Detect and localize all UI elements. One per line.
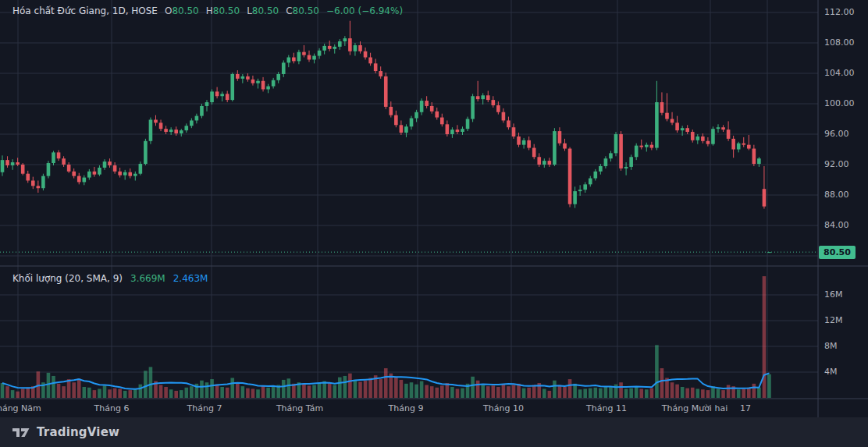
attribution-bar: TradingView xyxy=(0,417,868,447)
high-value: 80.50 xyxy=(213,5,240,16)
open-value: 80.50 xyxy=(172,5,198,16)
last-price-text: 80.50 xyxy=(824,247,851,257)
open-label: O xyxy=(165,5,172,16)
close-value: 80.50 xyxy=(293,5,319,16)
price-axis-label: 112.00 xyxy=(824,8,855,17)
change-value: −6.00 (−6.94%) xyxy=(326,5,403,16)
volume-bars-layer xyxy=(1,276,771,398)
tradingview-link[interactable]: TradingView xyxy=(12,425,119,439)
price-axis-label: 100.00 xyxy=(824,99,855,108)
volume-value: 3.669M xyxy=(130,273,165,284)
price-axis-label: 92.00 xyxy=(824,160,849,169)
volume-legend: Khối lượng (20, SMA, 9)3.669M2.463M xyxy=(12,273,208,284)
low-value: 80.50 xyxy=(252,5,279,16)
volume-study-title[interactable]: Khối lượng (20, SMA, 9) xyxy=(12,273,123,284)
time-axis-label: Tháng Tám xyxy=(276,403,323,413)
volume-ma-value: 2.463M xyxy=(173,273,208,284)
time-axis-label: Tháng 6 xyxy=(94,403,130,413)
symbol-legend: Hóa chất Đức Giang, 1D, HOSEO80.50H80.50… xyxy=(12,5,403,16)
tradingview-chart-window: Hóa chất Đức Giang, 1D, HOSEO80.50H80.50… xyxy=(0,0,868,447)
close-label: C xyxy=(286,5,292,16)
price-axis-label: 96.00 xyxy=(824,129,849,139)
price-axis-label: 104.00 xyxy=(824,69,855,78)
symbol-title[interactable]: Hóa chất Đức Giang, 1D, HOSE xyxy=(12,5,158,16)
last-price-tag: 80.50 xyxy=(819,246,856,259)
price-axis-label: 88.00 xyxy=(824,190,849,200)
volume-axis-label: 8M xyxy=(824,342,838,351)
price-axis-label: 108.00 xyxy=(824,38,855,48)
time-axis-label: Tháng 7 xyxy=(187,403,222,413)
time-axis-label: 17 xyxy=(740,403,751,413)
low-label: L xyxy=(247,5,252,16)
time-axis-label: Tháng 10 xyxy=(483,403,524,413)
volume-axis-label: 16M xyxy=(824,290,843,300)
time-axis-label: Tháng Mười hai xyxy=(662,403,727,413)
high-label: H xyxy=(206,5,213,16)
price-axis-label: 84.00 xyxy=(824,221,849,230)
tradingview-logo-icon xyxy=(12,426,30,439)
volume-axis-label: 12M xyxy=(824,316,843,325)
time-axis-label: Tháng 9 xyxy=(389,403,424,413)
grid-layer xyxy=(0,0,868,417)
tradingview-brand-text: TradingView xyxy=(37,425,119,439)
time-axis-label: Tháng Năm xyxy=(0,403,41,413)
chart-canvas[interactable] xyxy=(0,0,868,417)
time-axis-label: Tháng 11 xyxy=(586,403,627,413)
candles-layer xyxy=(1,21,771,253)
volume-axis-label: 4M xyxy=(824,367,838,377)
